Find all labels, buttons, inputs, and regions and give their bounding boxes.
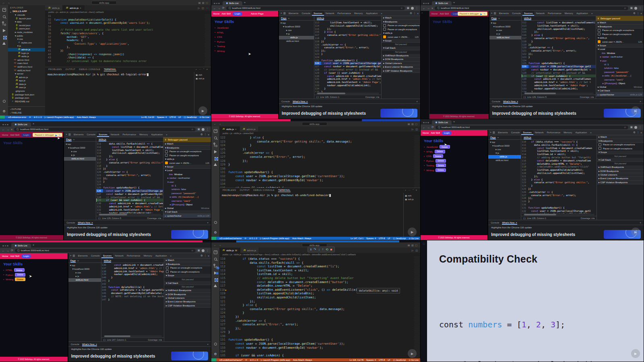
- devtools-tab[interactable]: Performance: [125, 253, 142, 258]
- devtools-settings-icon[interactable]: ⚙: [200, 133, 203, 136]
- source-tree-item[interactable]: ▸ js: [68, 275, 101, 278]
- devtools-tab[interactable]: Console: [510, 130, 522, 135]
- debugger-sidebar-row[interactable]: password:"password1": [596, 70, 644, 74]
- source-tree-item[interactable]: ▾ top: [488, 141, 521, 144]
- side-panel-icon[interactable]: ▣: [197, 128, 200, 131]
- terminal-session[interactable]: ▣zsh js: [196, 77, 210, 80]
- console-drawer-tab[interactable]: Console: [281, 100, 290, 103]
- devtools-tab[interactable]: Elements: [72, 132, 85, 137]
- step-over-icon[interactable]: ↷: [483, 12, 485, 15]
- debugger-sidebar-row[interactable]: ▾ Breakpoints: [163, 146, 211, 149]
- debugger-sidebar-row[interactable]: Pause on caught exceptions: [163, 153, 211, 157]
- run-debug-icon[interactable]: 1: [214, 271, 217, 275]
- debugger-sidebar-row[interactable]: ▸ XHR/fetch Breakpoints: [382, 54, 420, 58]
- nav-add-skill-link[interactable]: Add Skill: [431, 132, 440, 134]
- terminal-session[interactable]: ▣zsh: [196, 73, 210, 77]
- split-editor-icon[interactable]: ◫: [202, 6, 204, 9]
- devtools-tab[interactable]: Performance: [121, 132, 138, 137]
- devtools-tab[interactable]: Application: [149, 132, 164, 137]
- debugger-sidebar-row[interactable]: username:"user1": [163, 199, 211, 203]
- back-icon[interactable]: ←: [2, 128, 5, 131]
- status-item[interactable]: Auto Attach: Always: [77, 116, 96, 118]
- inspect-icon[interactable]: ⌖: [281, 12, 282, 15]
- delete-skill-button[interactable]: Delete: [15, 273, 25, 277]
- panel-tab[interactable]: PROBLEMS: [48, 68, 62, 71]
- status-item[interactable]: Spaces: 4: [366, 359, 376, 361]
- menu-icon[interactable]: ⋮: [415, 6, 418, 10]
- debugger-sidebar-row[interactable]: ▸ navbar:nav#navbar: [163, 176, 211, 180]
- source-tree-item[interactable]: ▾ localhost:3000: [489, 25, 521, 29]
- debugger-sidebar-row[interactable]: Not paused: [164, 277, 211, 281]
- file-tree-item[interactable]: ▾ data: [8, 20, 45, 24]
- debugger-sidebar-row[interactable]: ▾ Scope: [596, 43, 644, 47]
- devtools-tab[interactable]: Console: [510, 11, 522, 16]
- panel-tab[interactable]: DEBUG CONSOLE: [79, 68, 100, 71]
- delete-skill-button[interactable]: Delete: [15, 277, 25, 281]
- status-item[interactable]: m5-undefined-behavior*: [219, 359, 243, 361]
- devtools-tab[interactable]: »: [588, 130, 593, 135]
- file-tree-item[interactable]: ▾ public: [8, 34, 45, 38]
- explorer-icon[interactable]: [214, 129, 217, 133]
- devtools-tab[interactable]: Network: [324, 11, 336, 16]
- back-icon[interactable]: ←: [2, 249, 5, 252]
- debugger-sidebar-row[interactable]: const user = JSON…126: [163, 161, 211, 165]
- devtools-tab[interactable]: Performance: [545, 130, 562, 135]
- file-tree-item[interactable]: ▸ node_modules: [8, 31, 45, 34]
- devtools-menu-icon[interactable]: ⋮: [637, 12, 640, 15]
- devtools-tab[interactable]: »: [379, 11, 384, 16]
- code-editor[interactable]: 3132function populateUserList(userSelect…: [45, 14, 205, 67]
- devtools-tab[interactable]: Sources: [97, 132, 109, 137]
- nav-home-link[interactable]: Home: [213, 12, 219, 15]
- source-tree-item[interactable]: ▾ top: [489, 21, 521, 25]
- device-toolbar-icon[interactable]: ▥: [493, 131, 495, 134]
- status-item[interactable]: Ln 147, Col 1: [351, 237, 363, 240]
- browser-tab[interactable]: Skills List: [432, 120, 452, 124]
- file-tree-item[interactable]: ▾ css: [8, 37, 45, 41]
- debugger-sidebar-row[interactable]: ▸ DOM Breakpoints: [382, 58, 420, 61]
- debugger-sidebar-row[interactable]: ▾ Scope: [164, 274, 211, 277]
- debugger-sidebar-row[interactable]: username:"user1": [596, 78, 644, 81]
- address-bar[interactable]: ⓘlocalhost:3000/skillList.html☆: [14, 128, 196, 131]
- file-tree-item[interactable]: styles.css: [8, 41, 45, 45]
- status-item[interactable]: Auto Attach: Always: [292, 237, 311, 240]
- status-item[interactable]: { } JavaScript: [184, 116, 197, 118]
- reload-icon[interactable]: ×: [431, 7, 433, 10]
- debugger-sidebar-row[interactable]: ▸ skills:(4) ['JavaScript', …]: [163, 195, 211, 199]
- panel-more-icon[interactable]: ⋯: [199, 68, 201, 71]
- window-controls[interactable]: [214, 3, 220, 4]
- nav-add-skill-link[interactable]: Add Skill: [10, 255, 19, 257]
- devtools-tab[interactable]: Memory: [353, 11, 364, 16]
- source-control-icon[interactable]: 1: [214, 264, 218, 268]
- editor-tab[interactable]: admin.js×: [63, 5, 85, 10]
- debugger-sidebar-row[interactable]: password:"password1": [163, 191, 211, 195]
- terminal-session[interactable]: ▣zsh: [405, 194, 419, 197]
- delete-skill-button[interactable]: Delete: [14, 268, 25, 272]
- debugger-sidebar-row[interactable]: this:Window: [596, 51, 644, 55]
- debugger-sidebar-row[interactable]: Pause on caught exceptions: [597, 147, 644, 150]
- file-tree-item[interactable]: ▾ server: [8, 72, 45, 76]
- address-bar[interactable]: ⓘlocalhost:3000/skillList.html☆: [435, 6, 628, 10]
- bookmark-star-icon[interactable]: ☆: [400, 7, 402, 9]
- devtools-tab[interactable]: Console: [85, 132, 97, 137]
- devtools-tab[interactable]: Memory: [138, 132, 149, 137]
- breadcrumb[interactable]: public › js › skills.js › deleteSkill: [219, 132, 420, 135]
- source-tree-item[interactable]: ▾ localhost:3000: [279, 25, 314, 29]
- devtools-tab[interactable]: Application: [574, 130, 588, 135]
- file-tree-item[interactable]: skillList.html: [8, 69, 45, 72]
- debugger-sidebar-row[interactable]: updateNavbarskills.js:129: [596, 93, 644, 96]
- status-item[interactable]: UTF-8: [379, 359, 385, 361]
- panel-tab[interactable]: PROBLEMS: [223, 189, 236, 192]
- device-toolbar-icon[interactable]: ▥: [493, 12, 496, 15]
- panel-maximize-icon[interactable]: ⌃: [412, 189, 414, 192]
- minimap[interactable]: [205, 14, 210, 67]
- debugger-sidebar-row[interactable]: Pause on uncaught exceptions: [382, 24, 420, 27]
- resume-icon[interactable]: ▶: [480, 12, 482, 15]
- inspect-icon[interactable]: ⌖: [70, 254, 72, 257]
- devtools-tab[interactable]: Network: [109, 132, 121, 137]
- status-item[interactable]: ⟳: [29, 116, 31, 118]
- debugger-sidebar-row[interactable]: ▸ GlobalWindow: [596, 85, 644, 89]
- debugger-sidebar-row[interactable]: Not paused: [597, 162, 644, 165]
- status-item[interactable]: LF: [388, 359, 390, 361]
- editor-tab[interactable]: skills.js×: [219, 126, 240, 132]
- devtools-menu-icon[interactable]: ⋮: [204, 133, 207, 136]
